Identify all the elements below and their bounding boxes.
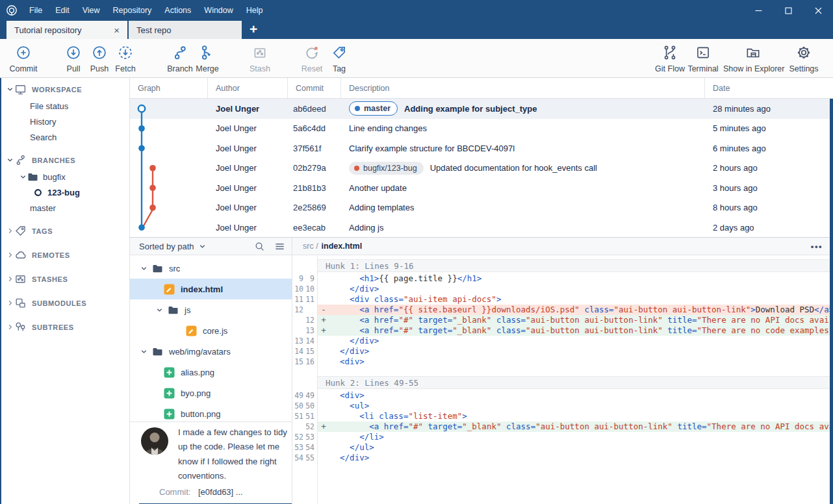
breadcrumb-file: index.html: [322, 242, 363, 251]
folder-icon: [27, 172, 38, 182]
menu-bar: FileEditViewRepositoryActionsWindowHelp: [23, 0, 270, 21]
chevron-down-icon: [139, 265, 148, 272]
branch-dot-icon: [354, 166, 359, 171]
menu-help[interactable]: Help: [240, 0, 270, 21]
stashes-icon: [14, 273, 27, 285]
tree-file-alias-png[interactable]: alias.png: [130, 362, 292, 383]
sourcetree-logo-icon: [6, 5, 18, 16]
column-header-commit[interactable]: Commit: [288, 78, 341, 98]
menu-edit[interactable]: Edit: [49, 0, 76, 21]
sort-dropdown[interactable]: Sorted by path: [139, 242, 194, 251]
window-controls: [743, 0, 833, 21]
toolbar-show-in-explorer-button[interactable]: Show in Explorer: [723, 44, 783, 73]
tree-folder-src[interactable]: src: [130, 258, 292, 279]
diff-line: 5253 </li>: [292, 432, 833, 442]
maximize-button[interactable]: [773, 0, 803, 21]
diff-line: 1516 <div>: [292, 357, 833, 367]
history-row[interactable]: Joel Unger 2e25869 Adding templates 8 ho…: [130, 198, 833, 218]
toolbar-reset-button[interactable]: Reset: [296, 44, 327, 73]
toolbar-fetch-button[interactable]: Fetch: [111, 44, 140, 73]
close-button[interactable]: [803, 0, 833, 21]
sidebar-section-subtrees[interactable]: SUBTREES: [0, 318, 129, 336]
history-row[interactable]: Joel Unger 21b81b3 Another update 3 hour…: [130, 178, 833, 198]
column-header-date[interactable]: Date: [705, 78, 833, 98]
tag-icon: [326, 44, 352, 62]
remotes-icon: [14, 249, 27, 261]
sidebar-item-file-status[interactable]: File status: [0, 98, 129, 114]
sidebar-section-submodules[interactable]: SUBMODULES: [0, 294, 129, 312]
history-rows: Joel Unger ab6deed masterAdding example …: [130, 99, 833, 237]
sidebar-section-stashes[interactable]: STASHES: [0, 270, 129, 288]
sidebar-branch-123-bug[interactable]: 123-bug: [0, 184, 129, 200]
toolbar-git-flow-button[interactable]: Git Flow: [653, 44, 687, 73]
sidebar-branch-folder-bugfix[interactable]: bugfix: [0, 169, 129, 184]
close-tab-icon[interactable]: ×: [112, 25, 121, 35]
branch-ring-icon: [34, 188, 42, 197]
repo-tab-test-repo[interactable]: Test repo: [129, 21, 242, 39]
toolbar-stash-button[interactable]: Stash: [243, 44, 277, 73]
branches-icon: [14, 154, 27, 166]
toolbar-commit-button[interactable]: Commit: [5, 44, 42, 73]
history-row[interactable]: Joel Unger 5a6c4dd Line ending changes 5…: [130, 119, 833, 139]
commit-message: I made a few changes to tidy up the code…: [178, 425, 290, 484]
toolbar-terminal-button[interactable]: Terminal: [686, 44, 720, 73]
commit-label: Commit:: [159, 487, 198, 497]
branch-dot-icon: [355, 106, 360, 111]
tree-file-byo-png[interactable]: byo.png: [130, 383, 292, 403]
sidebar-section-tags[interactable]: TAGS: [0, 222, 129, 240]
modified-file-icon: [186, 325, 197, 336]
new-tab-button[interactable]: +: [242, 21, 265, 39]
chevron-down-icon[interactable]: [199, 243, 206, 250]
commit-graph: [130, 99, 208, 237]
history-row[interactable]: Joel Unger ee3ecab Adding js 2 days ago: [130, 218, 833, 237]
column-header-author[interactable]: Author: [208, 78, 288, 98]
minimize-button[interactable]: [743, 0, 773, 21]
terminal-icon: [686, 44, 720, 62]
toolbar-settings-button[interactable]: Settings: [788, 44, 820, 73]
gutter-divider: [317, 255, 318, 504]
menu-icon[interactable]: [274, 241, 285, 252]
tree-folder-web-img-avatars[interactable]: web/img/avatars: [130, 341, 292, 362]
toolbar-branch-button[interactable]: Branch: [164, 44, 196, 73]
tree-file-core-js[interactable]: core.js: [130, 320, 292, 341]
breadcrumb-dir: src /: [303, 242, 318, 251]
sidebar-section-workspace[interactable]: WORKSPACE: [0, 81, 129, 98]
history-row[interactable]: Joel Unger ab6deed masterAdding example …: [130, 99, 833, 119]
file-tree-panel: Sorted by path src index.html js core.js…: [130, 237, 292, 504]
subtrees-icon: [14, 321, 27, 333]
push-icon: [85, 44, 114, 62]
history-row[interactable]: Joel Unger 02b279a bugfix/123-bugUpdated…: [130, 158, 833, 179]
history-row[interactable]: Joel Unger 37f561f Clarify example struc…: [130, 138, 833, 158]
repo-tab-tutorial-repository[interactable]: Tutorial repository ×: [6, 21, 127, 39]
more-options-button[interactable]: •••: [811, 242, 823, 251]
diff-body: Hunk 1: Lines 9-16 99 <h1>{{ page.title …: [292, 255, 833, 504]
sidebar-section-branches[interactable]: BRANCHES: [0, 151, 129, 169]
column-header-description[interactable]: Description: [341, 78, 705, 98]
tree-file-button-png[interactable]: button.png: [130, 403, 292, 422]
sidebar-section-remotes[interactable]: REMOTES: [0, 246, 129, 264]
menu-window[interactable]: Window: [198, 0, 239, 21]
toolbar-merge-button[interactable]: Merge: [192, 44, 222, 73]
history-panel: GraphAuthorCommitDescriptionDate Joel Un…: [130, 78, 833, 237]
vertical-scrollbar[interactable]: [830, 99, 833, 504]
sidebar-item-history[interactable]: History: [0, 114, 129, 129]
menu-view[interactable]: View: [76, 0, 107, 21]
sidebar-item-master[interactable]: master: [0, 200, 129, 216]
tree-folder-js[interactable]: js: [130, 299, 292, 320]
stash-icon: [243, 44, 277, 62]
toolbar-tag-button[interactable]: Tag: [326, 44, 352, 73]
monitor-icon: [14, 83, 27, 95]
menu-file[interactable]: File: [23, 0, 49, 21]
chevron-right-icon: [5, 275, 14, 283]
toolbar-push-button[interactable]: Push: [85, 44, 114, 73]
tree-file-index-html[interactable]: index.html: [130, 279, 292, 299]
branch-badge: bugfix/123-bug: [349, 162, 424, 175]
column-header-graph[interactable]: Graph: [130, 78, 208, 98]
menu-actions[interactable]: Actions: [158, 0, 198, 21]
branch-badge: master: [349, 101, 398, 116]
menu-repository[interactable]: Repository: [107, 0, 159, 21]
toolbar-pull-button[interactable]: Pull: [59, 44, 88, 73]
sidebar-item-search[interactable]: Search: [0, 129, 129, 145]
diff-line: 1314 </div>: [292, 336, 833, 346]
search-icon[interactable]: [254, 241, 265, 252]
